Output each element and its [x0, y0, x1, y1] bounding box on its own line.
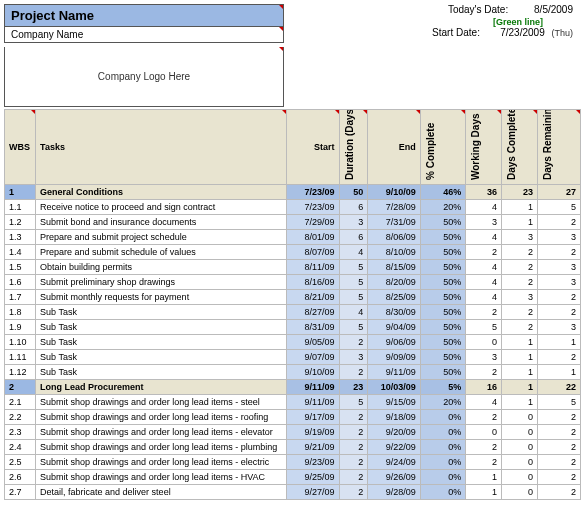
cell-task[interactable]: Submit shop drawings and order long lead…	[36, 425, 287, 440]
cell-dur[interactable]: 4	[339, 305, 368, 320]
cell-end[interactable]: 9/10/09	[368, 185, 421, 200]
cell-start[interactable]: 9/21/09	[287, 440, 340, 455]
cell-task[interactable]: Submit bond and insurance documents	[36, 215, 287, 230]
cell-dc[interactable]: 0	[502, 410, 538, 425]
cell-wd[interactable]: 1	[466, 470, 502, 485]
cell-task[interactable]: Receive notice to proceed and sign contr…	[36, 200, 287, 215]
cell-pct[interactable]: 50%	[420, 245, 465, 260]
cell-dc[interactable]: 1	[502, 380, 538, 395]
cell-start[interactable]: 8/21/09	[287, 290, 340, 305]
cell-wbs[interactable]: 1.5	[5, 260, 36, 275]
cell-wd[interactable]: 4	[466, 275, 502, 290]
cell-wbs[interactable]: 1.7	[5, 290, 36, 305]
table-row[interactable]: 1.3Prepare and submit project schedule8/…	[5, 230, 581, 245]
cell-pct[interactable]: 5%	[420, 380, 465, 395]
cell-task[interactable]: General Conditions	[36, 185, 287, 200]
table-row[interactable]: 1.5Obtain building permits8/11/0958/15/0…	[5, 260, 581, 275]
cell-wd[interactable]: 3	[466, 350, 502, 365]
cell-end[interactable]: 7/31/09	[368, 215, 421, 230]
cell-dc[interactable]: 0	[502, 425, 538, 440]
cell-wbs[interactable]: 2.5	[5, 455, 36, 470]
cell-dr[interactable]: 2	[537, 470, 580, 485]
cell-pct[interactable]: 0%	[420, 425, 465, 440]
table-row[interactable]: 2.4Submit shop drawings and order long l…	[5, 440, 581, 455]
table-row[interactable]: 1.9Sub Task8/31/0959/04/0950%523	[5, 320, 581, 335]
cell-dur[interactable]: 2	[339, 335, 368, 350]
cell-start[interactable]: 9/27/09	[287, 485, 340, 500]
cell-task[interactable]: Submit shop drawings and order long lead…	[36, 455, 287, 470]
cell-dr[interactable]: 2	[537, 425, 580, 440]
cell-task[interactable]: Sub Task	[36, 305, 287, 320]
cell-dur[interactable]: 2	[339, 455, 368, 470]
cell-dur[interactable]: 2	[339, 425, 368, 440]
cell-end[interactable]: 7/28/09	[368, 200, 421, 215]
cell-dur[interactable]: 6	[339, 200, 368, 215]
cell-wd[interactable]: 4	[466, 260, 502, 275]
cell-wbs[interactable]: 1.11	[5, 350, 36, 365]
cell-start[interactable]: 8/31/09	[287, 320, 340, 335]
cell-dr[interactable]: 2	[537, 410, 580, 425]
cell-end[interactable]: 9/26/09	[368, 470, 421, 485]
cell-dr[interactable]: 5	[537, 395, 580, 410]
cell-wbs[interactable]: 1.10	[5, 335, 36, 350]
cell-wd[interactable]: 0	[466, 425, 502, 440]
cell-wbs[interactable]: 2	[5, 380, 36, 395]
cell-dur[interactable]: 5	[339, 395, 368, 410]
cell-pct[interactable]: 50%	[420, 290, 465, 305]
cell-dc[interactable]: 2	[502, 275, 538, 290]
cell-dr[interactable]: 2	[537, 290, 580, 305]
cell-dr[interactable]: 3	[537, 320, 580, 335]
cell-wd[interactable]: 36	[466, 185, 502, 200]
cell-dur[interactable]: 23	[339, 380, 368, 395]
cell-dur[interactable]: 4	[339, 245, 368, 260]
cell-wd[interactable]: 4	[466, 230, 502, 245]
cell-end[interactable]: 9/15/09	[368, 395, 421, 410]
cell-dc[interactable]: 0	[502, 470, 538, 485]
cell-pct[interactable]: 20%	[420, 395, 465, 410]
table-row[interactable]: 2.2Submit shop drawings and order long l…	[5, 410, 581, 425]
table-row[interactable]: 1.4Prepare and submit schedule of values…	[5, 245, 581, 260]
cell-dr[interactable]: 27	[537, 185, 580, 200]
cell-dr[interactable]: 2	[537, 440, 580, 455]
cell-dc[interactable]: 1	[502, 215, 538, 230]
cell-wd[interactable]: 2	[466, 365, 502, 380]
cell-task[interactable]: Submit preliminary shop drawings	[36, 275, 287, 290]
cell-start[interactable]: 9/11/09	[287, 395, 340, 410]
table-row[interactable]: 1.12Sub Task9/10/0929/11/0950%211	[5, 365, 581, 380]
cell-start[interactable]: 7/23/09	[287, 185, 340, 200]
cell-wbs[interactable]: 1	[5, 185, 36, 200]
table-row[interactable]: 2.7Detail, fabricate and deliver steel9/…	[5, 485, 581, 500]
cell-end[interactable]: 8/15/09	[368, 260, 421, 275]
cell-pct[interactable]: 50%	[420, 350, 465, 365]
table-row[interactable]: 1.2Submit bond and insurance documents7/…	[5, 215, 581, 230]
cell-wd[interactable]: 2	[466, 305, 502, 320]
cell-dc[interactable]: 1	[502, 395, 538, 410]
cell-start[interactable]: 9/11/09	[287, 380, 340, 395]
cell-start[interactable]: 8/07/09	[287, 245, 340, 260]
cell-start[interactable]: 9/10/09	[287, 365, 340, 380]
cell-wbs[interactable]: 1.4	[5, 245, 36, 260]
cell-dc[interactable]: 2	[502, 245, 538, 260]
cell-dur[interactable]: 2	[339, 410, 368, 425]
cell-end[interactable]: 9/09/09	[368, 350, 421, 365]
cell-pct[interactable]: 50%	[420, 230, 465, 245]
cell-dc[interactable]: 3	[502, 290, 538, 305]
cell-end[interactable]: 8/30/09	[368, 305, 421, 320]
table-row[interactable]: 1.10Sub Task9/05/0929/06/0950%011	[5, 335, 581, 350]
cell-start[interactable]: 7/29/09	[287, 215, 340, 230]
logo-placeholder[interactable]: Company Logo Here	[4, 47, 284, 107]
cell-wbs[interactable]: 1.3	[5, 230, 36, 245]
cell-wd[interactable]: 2	[466, 455, 502, 470]
cell-wd[interactable]: 2	[466, 440, 502, 455]
cell-end[interactable]: 9/18/09	[368, 410, 421, 425]
cell-wd[interactable]: 16	[466, 380, 502, 395]
cell-pct[interactable]: 50%	[420, 305, 465, 320]
cell-end[interactable]: 8/06/09	[368, 230, 421, 245]
cell-task[interactable]: Obtain building permits	[36, 260, 287, 275]
cell-task[interactable]: Submit shop drawings and order long lead…	[36, 410, 287, 425]
cell-end[interactable]: 8/10/09	[368, 245, 421, 260]
cell-wd[interactable]: 2	[466, 410, 502, 425]
cell-end[interactable]: 9/20/09	[368, 425, 421, 440]
cell-start[interactable]: 9/23/09	[287, 455, 340, 470]
cell-task[interactable]: Long Lead Procurement	[36, 380, 287, 395]
